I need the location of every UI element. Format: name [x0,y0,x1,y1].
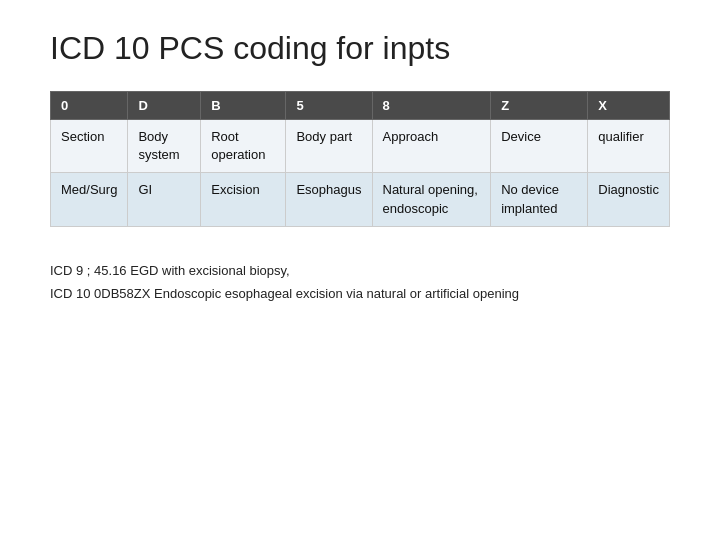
table-header-row: 0 D B 5 8 Z X [51,92,670,120]
row2-col2: Excision [201,173,286,226]
header-col-3: 5 [286,92,372,120]
row1-col5: Device [491,120,588,173]
row1-col2: Root operation [201,120,286,173]
footer-text: ICD 9 ; 45.16 EGD with excisional biopsy… [50,259,670,306]
footer-line2: ICD 10 0DB58ZX Endoscopic esophageal exc… [50,282,670,305]
row1-col3: Body part [286,120,372,173]
header-col-5: Z [491,92,588,120]
table-row: Section Body system Root operation Body … [51,120,670,173]
row2-col4: Natural opening, endoscopic [372,173,491,226]
table-row: Med/Surg GI Excision Esophagus Natural o… [51,173,670,226]
footer-line1: ICD 9 ; 45.16 EGD with excisional biopsy… [50,259,670,282]
row1-col6: qualifier [588,120,670,173]
row2-col1: GI [128,173,201,226]
row2-col5: No device implanted [491,173,588,226]
page-title: ICD 10 PCS coding for inpts [50,30,670,67]
row1-col0: Section [51,120,128,173]
header-col-1: D [128,92,201,120]
row1-col1: Body system [128,120,201,173]
header-col-4: 8 [372,92,491,120]
row2-col0: Med/Surg [51,173,128,226]
header-col-2: B [201,92,286,120]
coding-table: 0 D B 5 8 Z X Section Body system Root o… [50,91,670,227]
header-col-0: 0 [51,92,128,120]
row2-col3: Esophagus [286,173,372,226]
row1-col4: Approach [372,120,491,173]
row2-col6: Diagnostic [588,173,670,226]
header-col-6: X [588,92,670,120]
page-container: ICD 10 PCS coding for inpts 0 D B 5 8 Z … [0,0,720,540]
